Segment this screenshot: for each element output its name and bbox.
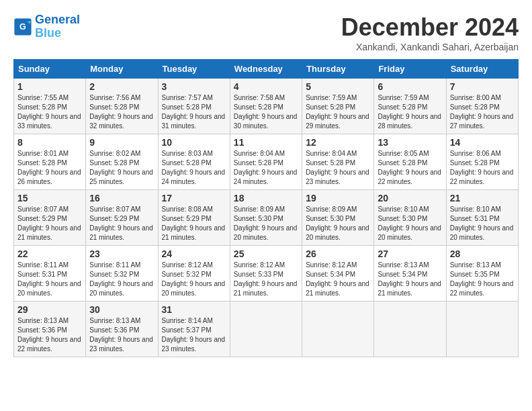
daylight-label: Daylight: 9 hours and 22 minutes. bbox=[17, 336, 81, 353]
day-info: Sunrise: 8:00 AM Sunset: 5:28 PM Dayligh… bbox=[450, 93, 515, 131]
daylight-label: Daylight: 9 hours and 21 minutes. bbox=[234, 280, 298, 297]
sunrise-label: Sunrise: 8:01 AM bbox=[17, 150, 69, 157]
day-info: Sunrise: 8:01 AM Sunset: 5:28 PM Dayligh… bbox=[17, 149, 82, 187]
calendar-table: Sunday Monday Tuesday Wednesday Thursday… bbox=[13, 59, 519, 357]
day-info: Sunrise: 8:08 AM Sunset: 5:29 PM Dayligh… bbox=[162, 205, 226, 242]
day-info: Sunrise: 8:10 AM Sunset: 5:30 PM Dayligh… bbox=[378, 205, 442, 242]
sunrise-label: Sunrise: 8:11 AM bbox=[17, 261, 69, 269]
calendar-cell: 13 Sunrise: 8:05 AM Sunset: 5:28 PM Dayl… bbox=[374, 134, 446, 190]
day-number: 13 bbox=[378, 137, 442, 148]
sunrise-label: Sunrise: 8:02 AM bbox=[89, 150, 140, 157]
col-friday: Friday bbox=[374, 60, 446, 79]
day-number: 18 bbox=[234, 193, 298, 203]
sunrise-label: Sunrise: 7:57 AM bbox=[162, 94, 213, 101]
sunset-label: Sunset: 5:29 PM bbox=[89, 215, 139, 222]
calendar-cell: 11 Sunrise: 8:04 AM Sunset: 5:28 PM Dayl… bbox=[230, 134, 302, 190]
daylight-label: Daylight: 9 hours and 20 minutes. bbox=[89, 280, 153, 297]
daylight-label: Daylight: 9 hours and 21 minutes. bbox=[89, 224, 153, 241]
page-header: G GeneralBlue December 2024 Xankandi, Xa… bbox=[13, 13, 519, 52]
daylight-label: Daylight: 9 hours and 22 minutes. bbox=[378, 169, 441, 185]
calendar-cell: 26 Sunrise: 8:12 AM Sunset: 5:34 PM Dayl… bbox=[302, 246, 374, 302]
day-number: 25 bbox=[234, 248, 298, 259]
calendar-cell: 10 Sunrise: 8:03 AM Sunset: 5:28 PM Dayl… bbox=[158, 134, 230, 190]
sunrise-label: Sunrise: 8:04 AM bbox=[234, 150, 285, 157]
day-number: 29 bbox=[17, 304, 82, 315]
day-info: Sunrise: 8:07 AM Sunset: 5:29 PM Dayligh… bbox=[89, 205, 154, 242]
daylight-label: Daylight: 9 hours and 20 minutes. bbox=[162, 280, 226, 297]
logo-icon: G bbox=[13, 17, 32, 36]
day-number: 24 bbox=[162, 248, 226, 259]
day-number: 16 bbox=[89, 193, 154, 203]
calendar-cell: 7 Sunrise: 8:00 AM Sunset: 5:28 PM Dayli… bbox=[446, 79, 518, 134]
sunrise-label: Sunrise: 8:12 AM bbox=[162, 261, 213, 269]
daylight-label: Daylight: 9 hours and 21 minutes. bbox=[17, 224, 81, 241]
sunrise-label: Sunrise: 8:14 AM bbox=[162, 317, 213, 324]
sunset-label: Sunset: 5:28 PM bbox=[378, 159, 427, 167]
title-block: December 2024 Xankandi, Xankandi Sahari,… bbox=[341, 13, 519, 52]
calendar-week-row: 15 Sunrise: 8:07 AM Sunset: 5:29 PM Dayl… bbox=[14, 190, 519, 246]
sunrise-label: Sunrise: 8:13 AM bbox=[450, 261, 501, 269]
sunrise-label: Sunrise: 8:12 AM bbox=[306, 261, 357, 269]
daylight-label: Daylight: 9 hours and 21 minutes. bbox=[306, 280, 369, 297]
calendar-cell: 23 Sunrise: 8:11 AM Sunset: 5:32 PM Dayl… bbox=[86, 246, 158, 302]
day-info: Sunrise: 8:09 AM Sunset: 5:30 PM Dayligh… bbox=[234, 205, 298, 242]
day-number: 3 bbox=[162, 81, 226, 92]
daylight-label: Daylight: 9 hours and 20 minutes. bbox=[306, 224, 369, 241]
day-info: Sunrise: 7:55 AM Sunset: 5:28 PM Dayligh… bbox=[17, 93, 82, 131]
day-info: Sunrise: 8:03 AM Sunset: 5:28 PM Dayligh… bbox=[162, 149, 226, 187]
sunset-label: Sunset: 5:30 PM bbox=[306, 215, 355, 222]
day-info: Sunrise: 8:12 AM Sunset: 5:34 PM Dayligh… bbox=[306, 261, 370, 298]
day-number: 17 bbox=[162, 193, 226, 203]
svg-text:G: G bbox=[19, 22, 26, 32]
day-info: Sunrise: 8:11 AM Sunset: 5:32 PM Dayligh… bbox=[89, 261, 154, 298]
sunset-label: Sunset: 5:28 PM bbox=[162, 159, 212, 167]
calendar-cell: 24 Sunrise: 8:12 AM Sunset: 5:32 PM Dayl… bbox=[158, 246, 230, 302]
calendar-cell: 30 Sunrise: 8:13 AM Sunset: 5:36 PM Dayl… bbox=[86, 302, 158, 357]
sunset-label: Sunset: 5:28 PM bbox=[234, 103, 283, 111]
sunrise-label: Sunrise: 8:04 AM bbox=[306, 150, 357, 157]
calendar-cell: 6 Sunrise: 7:59 AM Sunset: 5:28 PM Dayli… bbox=[374, 79, 446, 134]
calendar-week-row: 8 Sunrise: 8:01 AM Sunset: 5:28 PM Dayli… bbox=[14, 134, 519, 190]
day-number: 2 bbox=[89, 81, 154, 92]
sunset-label: Sunset: 5:28 PM bbox=[17, 159, 67, 167]
sunset-label: Sunset: 5:29 PM bbox=[162, 215, 212, 222]
day-number: 1 bbox=[17, 81, 82, 92]
daylight-label: Daylight: 9 hours and 20 minutes. bbox=[17, 280, 81, 297]
logo-text: GeneralBlue bbox=[35, 13, 80, 40]
calendar-week-row: 29 Sunrise: 8:13 AM Sunset: 5:36 PM Dayl… bbox=[14, 302, 519, 357]
day-number: 11 bbox=[234, 137, 298, 148]
sunset-label: Sunset: 5:28 PM bbox=[89, 103, 139, 111]
sunset-label: Sunset: 5:28 PM bbox=[234, 159, 283, 167]
day-number: 6 bbox=[378, 81, 442, 92]
sunrise-label: Sunrise: 8:06 AM bbox=[450, 150, 501, 157]
calendar-cell: 18 Sunrise: 8:09 AM Sunset: 5:30 PM Dayl… bbox=[230, 190, 302, 246]
sunrise-label: Sunrise: 8:08 AM bbox=[162, 205, 213, 213]
day-info: Sunrise: 8:07 AM Sunset: 5:29 PM Dayligh… bbox=[17, 205, 82, 242]
col-thursday: Thursday bbox=[302, 60, 374, 79]
calendar-cell: 12 Sunrise: 8:04 AM Sunset: 5:28 PM Dayl… bbox=[302, 134, 374, 190]
day-number: 30 bbox=[89, 304, 154, 315]
daylight-label: Daylight: 9 hours and 23 minutes. bbox=[306, 169, 369, 185]
day-info: Sunrise: 8:04 AM Sunset: 5:28 PM Dayligh… bbox=[234, 149, 298, 187]
day-number: 27 bbox=[378, 248, 442, 259]
day-info: Sunrise: 8:11 AM Sunset: 5:31 PM Dayligh… bbox=[17, 261, 82, 298]
calendar-cell: 4 Sunrise: 7:58 AM Sunset: 5:28 PM Dayli… bbox=[230, 79, 302, 134]
daylight-label: Daylight: 9 hours and 22 minutes. bbox=[450, 169, 514, 185]
daylight-label: Daylight: 9 hours and 23 minutes. bbox=[89, 336, 153, 353]
calendar-week-row: 1 Sunrise: 7:55 AM Sunset: 5:28 PM Dayli… bbox=[14, 79, 519, 134]
calendar-cell: 19 Sunrise: 8:09 AM Sunset: 5:30 PM Dayl… bbox=[302, 190, 374, 246]
calendar-cell: 17 Sunrise: 8:08 AM Sunset: 5:29 PM Dayl… bbox=[158, 190, 230, 246]
sunrise-label: Sunrise: 7:56 AM bbox=[89, 94, 140, 101]
daylight-label: Daylight: 9 hours and 20 minutes. bbox=[234, 224, 298, 241]
day-number: 23 bbox=[89, 248, 154, 259]
sunrise-label: Sunrise: 8:09 AM bbox=[234, 205, 285, 213]
calendar-week-row: 22 Sunrise: 8:11 AM Sunset: 5:31 PM Dayl… bbox=[14, 246, 519, 302]
day-info: Sunrise: 8:12 AM Sunset: 5:33 PM Dayligh… bbox=[234, 261, 298, 298]
calendar-cell: 27 Sunrise: 8:13 AM Sunset: 5:34 PM Dayl… bbox=[374, 246, 446, 302]
calendar-cell: 21 Sunrise: 8:10 AM Sunset: 5:31 PM Dayl… bbox=[446, 190, 518, 246]
col-tuesday: Tuesday bbox=[158, 60, 230, 79]
calendar-header-row: Sunday Monday Tuesday Wednesday Thursday… bbox=[14, 60, 519, 79]
calendar-cell: 28 Sunrise: 8:13 AM Sunset: 5:35 PM Dayl… bbox=[446, 246, 518, 302]
day-info: Sunrise: 8:12 AM Sunset: 5:32 PM Dayligh… bbox=[162, 261, 226, 298]
day-number: 28 bbox=[450, 248, 515, 259]
